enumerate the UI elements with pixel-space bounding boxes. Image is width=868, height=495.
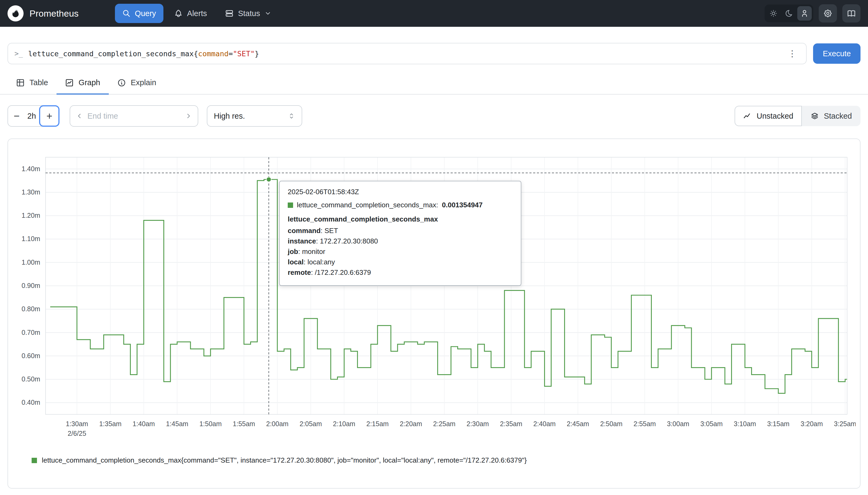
execute-button[interactable]: Execute <box>813 44 861 64</box>
docs-button[interactable] <box>842 4 861 22</box>
tooltip-series-value-number: 0.001354947 <box>442 201 483 209</box>
end-time-placeholder: End time <box>87 112 181 121</box>
y-tick-label: 0.60m <box>22 352 40 359</box>
theme-toggle-group <box>765 4 813 22</box>
x-tick-label: 2:05am <box>300 420 322 427</box>
query-options-kebab-icon[interactable]: ⋮ <box>785 48 800 59</box>
y-tick-label: 1.20m <box>22 211 40 219</box>
x-tick-label: 2:35am <box>500 420 522 427</box>
x-tick-label: 2:10am <box>333 420 355 427</box>
navbar-right-cluster <box>765 4 861 22</box>
resolution-value: High res. <box>214 112 288 121</box>
x-tick-label: 2:25am <box>433 420 456 427</box>
promql-expression: lettuce_command_completion_seconds_max{c… <box>28 50 259 58</box>
table-grid-icon <box>16 79 24 87</box>
promql-label-name: command <box>198 50 228 58</box>
chevron-left-icon[interactable] <box>75 112 83 120</box>
x-tick-label: 1:55am <box>233 420 255 427</box>
y-tick-label: 0.40m <box>22 398 40 406</box>
theme-light-button[interactable] <box>766 6 781 21</box>
resolution-select[interactable]: High res. <box>207 105 302 127</box>
top-navbar: Prometheus Query Alerts Status <box>0 0 868 27</box>
decrease-range-button[interactable]: − <box>8 106 25 126</box>
tooltip-label-list: command: SETinstance: 172.27.20.30:8080j… <box>288 227 513 277</box>
x-tick-label: 3:20am <box>800 420 823 427</box>
x-tick-label: 2:00am <box>266 420 288 427</box>
promql-metric-name: lettuce_command_completion_seconds_max <box>28 50 194 58</box>
unstacked-toggle-button[interactable]: Unstacked <box>735 106 802 126</box>
promql-brace-close: } <box>255 50 259 58</box>
bell-icon <box>174 9 183 18</box>
search-icon <box>122 10 131 17</box>
theme-system-button[interactable] <box>797 6 812 21</box>
legend-item[interactable]: lettuce_command_completion_seconds_max{c… <box>32 456 856 464</box>
tooltip-series-value: lettuce_command_completion_seconds_max: … <box>288 201 513 209</box>
status-icon <box>225 9 234 18</box>
theme-dark-button[interactable] <box>782 6 796 21</box>
nav-query-label: Query <box>135 9 156 18</box>
series-color-swatch <box>288 203 293 208</box>
x-tick-label: 2:50am <box>600 420 622 427</box>
tooltip-series-name: lettuce_command_completion_seconds_max: <box>297 201 438 209</box>
legend-series-text: lettuce_command_completion_seconds_max{c… <box>42 456 527 464</box>
range-duration-control: − 2h + <box>7 105 59 127</box>
nav-alerts-button[interactable]: Alerts <box>167 4 214 23</box>
x-tick-label: 2:30am <box>466 420 489 427</box>
promql-query-input[interactable]: >_ lettuce_command_completion_seconds_ma… <box>7 43 807 64</box>
chart-area: 0.40m0.50m0.60m0.70m0.80m0.90m1.00m1.10m… <box>12 143 856 442</box>
user-icon <box>800 10 809 17</box>
x-tick-label: 2:40am <box>533 420 556 427</box>
chevron-right-icon[interactable] <box>185 112 192 120</box>
x-tick-label: 3:00am <box>667 420 689 427</box>
graph-panel: 0.40m0.50m0.60m0.70m0.80m0.90m1.00m1.10m… <box>7 138 861 489</box>
tab-explain[interactable]: Explain <box>109 72 165 95</box>
y-tick-label: 0.50m <box>22 375 40 383</box>
sun-icon <box>769 10 778 17</box>
main-nav: Query Alerts Status <box>115 4 278 23</box>
stacked-toggle-button[interactable]: Stacked <box>802 106 861 126</box>
end-time-picker[interactable]: End time <box>70 105 198 127</box>
x-tick-label: 2:55am <box>634 420 656 427</box>
x-tick-label: 1:40am <box>133 420 155 427</box>
legend-color-swatch <box>32 458 37 463</box>
increase-range-button[interactable]: + <box>39 105 59 127</box>
x-tick-label: 1:30am <box>66 420 88 427</box>
x-tick-label: 3:15am <box>767 420 789 427</box>
x-tick-label: 3:25am <box>834 420 856 427</box>
tooltip-label: job: monitor <box>288 248 513 256</box>
tooltip-label: command: SET <box>288 227 513 235</box>
promql-label-value: "SET" <box>233 50 255 58</box>
x-tick-label: 1:50am <box>199 420 222 427</box>
graph-chart-icon <box>65 79 74 87</box>
stacked-label: Stacked <box>824 112 852 121</box>
info-circle-icon <box>117 79 126 87</box>
nav-status-dropdown[interactable]: Status <box>218 4 278 23</box>
x-tick-label: 2:20am <box>400 420 422 427</box>
y-tick-label: 1.10m <box>22 235 40 242</box>
prometheus-logo-icon <box>7 5 23 21</box>
promql-equals: = <box>228 50 233 58</box>
stacking-toggle-group: Unstacked Stacked <box>735 106 861 126</box>
x-tick-label: 3:10am <box>734 420 756 427</box>
settings-button[interactable] <box>819 4 837 22</box>
x-tick-date: 2/6/25 <box>68 430 86 437</box>
y-tick-label: 1.30m <box>22 188 40 196</box>
x-tick-label: 1:45am <box>166 420 188 427</box>
tab-table-label: Table <box>30 78 48 87</box>
book-icon <box>847 9 856 18</box>
range-duration-input[interactable]: 2h <box>25 112 38 121</box>
y-tick-label: 1.40m <box>22 165 40 172</box>
tooltip-label: remote: /172.27.20.6:6379 <box>288 268 513 277</box>
brand-home-link[interactable]: Prometheus <box>7 5 79 21</box>
tab-table[interactable]: Table <box>7 72 56 95</box>
selector-up-down-icon <box>288 112 295 120</box>
graph-controls: − 2h + End time High res. Unstacked Stac… <box>0 105 868 127</box>
nav-query-button[interactable]: Query <box>115 4 164 23</box>
nav-status-label: Status <box>238 9 260 18</box>
result-tabs: Table Graph Explain <box>0 72 868 95</box>
y-tick-label: 0.80m <box>22 305 40 312</box>
nav-alerts-label: Alerts <box>187 9 207 18</box>
y-tick-label: 0.70m <box>22 329 40 336</box>
tab-graph[interactable]: Graph <box>56 72 109 95</box>
x-tick-label: 1:35am <box>99 420 121 427</box>
